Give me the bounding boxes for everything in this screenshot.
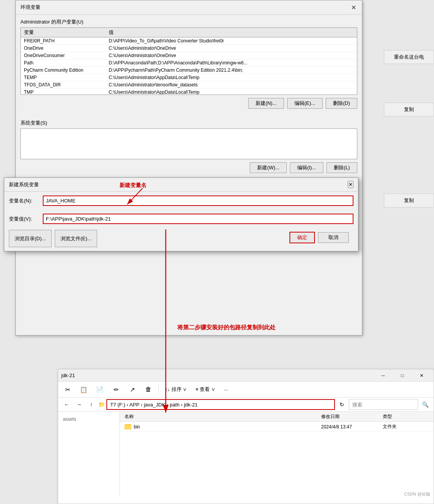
sys-vars-table <box>20 128 357 159</box>
table-row[interactable]: OneDrive C:\Users\Administrator\OneDrive <box>21 45 357 52</box>
user-new-button[interactable]: 新建(N)... <box>248 98 284 109</box>
this-pc-icon: 📁 <box>98 401 105 408</box>
forward-button[interactable]: → <box>74 399 84 410</box>
new-var-dialog-title: 新建系统变量 <box>9 181 39 188</box>
annotation-new-var-name: 新建变量名 <box>119 182 146 189</box>
window-controls: ─ □ ✕ <box>374 370 431 381</box>
sys-new-button[interactable]: 新建(W)... <box>250 162 287 173</box>
var-val-input[interactable] <box>43 214 353 224</box>
file-sidebar: assets <box>58 412 120 496</box>
col-type-header: 类型 <box>383 413 429 420</box>
table-row[interactable]: FREI0R_PATH D:\APP\Video_To_Gif\path\Vid… <box>21 37 357 45</box>
delete-icon[interactable]: 🗑 <box>142 383 155 396</box>
var-name-label: 变量名(N): <box>9 197 40 204</box>
csdn-watermark: CSDN @佐咖 <box>404 491 430 497</box>
minimize-button[interactable]: ─ <box>374 370 392 381</box>
browse-file-button[interactable]: 浏览文件(E)... <box>55 230 97 247</box>
copy-label-1: 复制 <box>384 103 434 116</box>
cut-icon[interactable]: ✂ <box>61 383 74 396</box>
file-main-panel: 名称 修改日期 类型 bin 2024/4/8 13:47 文件夹 <box>120 412 434 496</box>
address-bar-path-area: 📁 <box>98 399 335 410</box>
sys-edit-button[interactable]: 编辑(I)... <box>290 162 323 173</box>
col-date-header: 修改日期 <box>321 413 383 420</box>
user-vars-table-header: 变量 值 <box>21 28 357 37</box>
table-row[interactable]: TMP C:\Users\Administrator\AppData\Local… <box>21 89 357 95</box>
file-explorer-window: jdk-21 ─ □ ✕ ✂ 📋 📄 ✏ ↗ 🗑 ↑↓ 排序 ∨ ≡ 查看 ∨ … <box>58 369 434 504</box>
annotation-copy-path: 将第二步骤安装好的包路径复制到此处 <box>177 324 276 331</box>
new-sys-var-dialog: 新建系统变量 ✕ 变量名(N): 变量值(V): 浏览目录(D)... 浏览文件… <box>4 177 358 251</box>
file-content-area: assets 名称 修改日期 类型 bin 2024/4/8 13:47 文件夹 <box>58 412 434 496</box>
file-type-bin: 文件夹 <box>383 423 429 430</box>
copy-path-icon[interactable]: 📋 <box>77 383 90 396</box>
user-vars-label: Administrator 的用户变量(U) <box>16 15 362 27</box>
var-val-row: 变量值(V): <box>4 210 358 228</box>
share-icon[interactable]: ↗ <box>126 383 138 396</box>
back-button[interactable]: ← <box>61 399 72 410</box>
file-date-bin: 2024/4/8 13:47 <box>321 424 383 430</box>
user-vars-table: 变量 值 FREI0R_PATH D:\APP\Video_To_Gif\pat… <box>20 27 357 95</box>
toolbar-separator <box>158 385 159 394</box>
env-dialog-close-button[interactable]: ✕ <box>350 3 357 11</box>
sort-button[interactable]: ↑↓ 排序 ∨ <box>163 384 189 394</box>
sidebar-assets-label: assets <box>58 415 119 423</box>
env-dialog-title: 环境变量 <box>20 4 40 11</box>
more-button[interactable]: ··· <box>222 385 230 394</box>
file-explorer-toolbar: ✂ 📋 📄 ✏ ↗ 🗑 ↑↓ 排序 ∨ ≡ 查看 ∨ ··· <box>58 382 434 398</box>
view-button[interactable]: ≡ 查看 ∨ <box>193 384 218 394</box>
col-header-var: 变量 <box>24 29 109 36</box>
new-var-action-buttons: 确定 取消 <box>285 230 353 247</box>
var-name-input[interactable] <box>43 196 353 206</box>
file-name-bin: bin <box>124 424 321 430</box>
col-name-header: 名称 <box>124 413 321 420</box>
table-row[interactable]: PyCharm Community Edition D:\APP\Pycharm… <box>21 67 357 74</box>
refresh-button[interactable]: ↻ <box>336 399 347 410</box>
address-input[interactable] <box>106 399 335 410</box>
file-row-bin[interactable]: bin 2024/4/8 13:47 文件夹 <box>120 422 434 432</box>
search-input[interactable] <box>349 399 418 410</box>
copy-label-2: 复制 <box>384 194 434 207</box>
sys-delete-button[interactable]: 删除(L) <box>326 162 357 173</box>
user-delete-button[interactable]: 删除(D) <box>326 98 357 109</box>
var-name-row: 变量名(N): <box>4 192 358 210</box>
env-dialog-titlebar: 环境变量 ✕ <box>16 0 362 15</box>
up-button[interactable]: ↑ <box>86 399 97 410</box>
file-explorer-titlebar: jdk-21 ─ □ ✕ <box>58 369 434 382</box>
search-button[interactable]: 🔍 <box>420 399 431 410</box>
right-panel: 重命名这台电 复制 复制 <box>384 50 434 207</box>
new-var-dialog-close-button[interactable]: ✕ <box>348 181 353 188</box>
table-row[interactable]: Path D:\APP\Anaconda\Path;D:\APP\Anacond… <box>21 59 357 67</box>
table-row[interactable]: TFDS_DATA_DIR C:\Users\Administrator\ten… <box>21 81 357 89</box>
maximize-button[interactable]: □ <box>394 370 411 381</box>
sys-vars-buttons: 新建(W)... 编辑(I)... 删除(L) <box>16 159 362 176</box>
table-row[interactable]: OneDriveConsumer C:\Users\Administrator\… <box>21 52 357 59</box>
user-edit-button[interactable]: 编辑(E)... <box>287 98 323 109</box>
close-button[interactable]: ✕ <box>413 370 431 381</box>
new-var-cancel-button[interactable]: 取消 <box>318 232 349 243</box>
col-header-val: 值 <box>109 29 354 36</box>
file-explorer-title: jdk-21 <box>61 373 75 378</box>
address-bar: ← → ↑ 📁 ↻ 🔍 <box>58 398 434 412</box>
user-vars-buttons: 新建(N)... 编辑(E)... 删除(D) <box>16 95 362 112</box>
env-variables-dialog: 环境变量 ✕ Administrator 的用户变量(U) 变量 值 FREI0… <box>15 0 362 335</box>
browse-buttons-row: 浏览目录(D)... 浏览文件(E)... 确定 取消 <box>4 228 358 251</box>
table-row[interactable]: TEMP C:\Users\Administrator\AppData\Loca… <box>21 74 357 81</box>
folder-icon <box>124 424 131 430</box>
rename-label: 重命名这台电 <box>384 50 434 64</box>
browse-dir-button[interactable]: 浏览目录(D)... <box>9 230 52 247</box>
sys-vars-section: 系统变量(S) 新建(W)... 编辑(I)... 删除(L) <box>16 116 362 176</box>
var-val-label: 变量值(V): <box>9 216 40 223</box>
file-table-header: 名称 修改日期 类型 <box>120 412 434 422</box>
new-var-dialog-titlebar: 新建系统变量 ✕ <box>4 178 358 192</box>
paste-icon[interactable]: 📄 <box>94 383 106 396</box>
rename-icon[interactable]: ✏ <box>110 383 122 396</box>
sys-vars-label: 系统变量(S) <box>16 116 362 128</box>
new-var-ok-button[interactable]: 确定 <box>289 232 315 243</box>
